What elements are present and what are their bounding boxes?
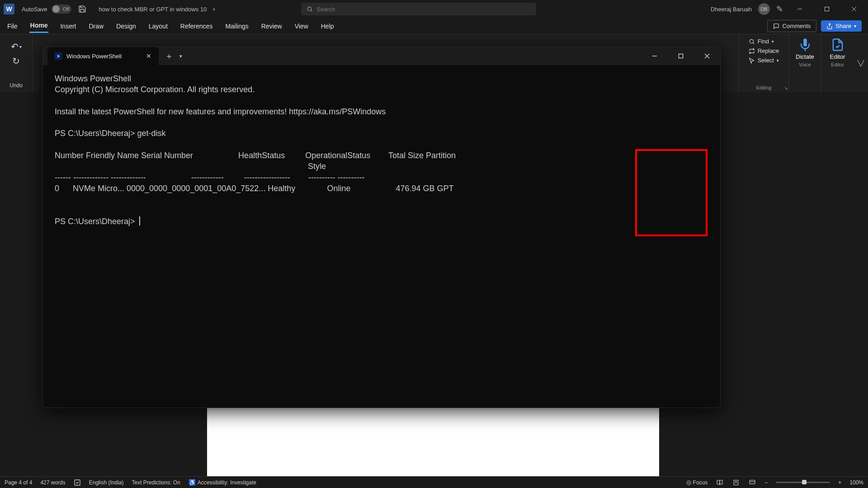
tab-view[interactable]: View [294,20,309,33]
table-row: 0 NVMe Micro... 0000_0000_0000_0001_00A0… [55,184,454,193]
zoom-out-button[interactable]: − [764,479,768,486]
svg-rect-11 [679,54,683,58]
tab-layout[interactable]: Layout [148,20,169,33]
maximize-button[interactable] [816,2,837,16]
editor-group-label: Editor [831,62,844,67]
tab-file[interactable]: File [6,20,19,33]
editor-label: Editor [830,53,845,60]
focus-icon: ◎ [686,479,691,486]
autosave-label: AutoSave [22,6,47,13]
focus-label: Focus [693,479,708,486]
spellcheck-icon[interactable] [74,479,81,486]
tab-mailings[interactable]: Mailings [224,20,249,33]
ribbon-right-controls: Comments Share ▾ [767,20,862,32]
search-input[interactable] [316,6,531,13]
powershell-tab-title: Windows PowerShell [66,53,142,60]
powershell-icon [55,52,62,60]
accessibility-status[interactable]: ♿ Accessibility: Investigate [189,479,256,486]
tab-references[interactable]: References [179,20,214,33]
zoom-in-button[interactable]: + [838,479,841,486]
accessibility-label: Accessibility: Investigate [198,479,256,486]
voice-group: Dictate Voice [788,34,821,92]
comments-label: Comments [782,23,811,29]
editor-button[interactable]: Editor [830,38,845,60]
status-bar: Page 4 of 4 427 words English (India) Te… [0,476,868,488]
highlight-annotation [635,149,708,236]
word-count[interactable]: 427 words [40,479,65,486]
svg-line-1 [311,10,312,12]
save-icon[interactable] [78,5,87,14]
zoom-slider[interactable] [776,482,830,483]
powershell-output[interactable]: Windows PowerShell Copyright (C) Microso… [43,65,720,408]
autosave-thumb [52,5,60,13]
tab-menu-button[interactable]: ▾ [179,53,182,59]
select-button[interactable]: Select ▾ [749,57,779,64]
document-page[interactable] [207,405,659,482]
dictate-label: Dictate [796,53,814,60]
powershell-titlebar[interactable]: Windows PowerShell ✕ ＋ ▾ [43,47,720,65]
zoom-level[interactable]: 100% [849,479,863,486]
voice-group-label: Voice [799,62,811,67]
focus-button[interactable]: ◎ Focus [686,479,708,486]
language-status[interactable]: English (India) [89,479,124,486]
redo-button[interactable]: ↻ [10,55,22,67]
dictate-button[interactable]: Dictate [796,38,814,60]
search-box[interactable] [301,3,536,15]
undo-button[interactable]: ↶▾ [10,41,22,52]
chevron-down-icon[interactable]: ▾ [213,7,215,12]
autosave-toggle[interactable]: Off [52,5,71,14]
document-title[interactable]: how to check MBR or GPT in windows 10 [99,6,207,13]
tab-design[interactable]: Design [115,20,137,33]
read-mode-button[interactable] [716,479,724,486]
psh-maximize-button[interactable] [668,47,694,65]
close-button[interactable] [844,2,864,16]
svg-point-0 [308,7,311,10]
zoom-thumb[interactable] [802,480,807,484]
powershell-window-controls [642,47,720,65]
chevron-down-icon: ▾ [777,58,779,63]
coming-soon-icon[interactable]: ✎ [776,4,783,14]
accessibility-icon: ♿ [189,479,196,486]
table-separator: ------ ------------- ------------- -----… [55,173,365,182]
powershell-tab[interactable]: Windows PowerShell ✕ [47,47,159,65]
find-button[interactable]: Find ▾ [749,38,779,45]
svg-rect-18 [750,480,755,483]
share-icon [826,23,833,29]
tab-review[interactable]: Review [260,20,283,33]
psh-prompt: PS C:\Users\Dheeraj> get-disk [55,129,166,138]
svg-rect-14 [75,480,80,485]
tab-home[interactable]: Home [29,19,49,33]
username[interactable]: Dheeraj Baruah [711,6,752,13]
psh-line: Copyright (C) Microsoft Corporation. All… [55,85,255,94]
tab-draw[interactable]: Draw [88,20,104,33]
dialog-launcher-icon[interactable]: ↘ [784,85,788,90]
close-tab-button[interactable]: ✕ [146,52,151,60]
collapse-ribbon-button[interactable]: ╲╱ [854,34,868,92]
psh-minimize-button[interactable] [642,47,668,65]
share-button[interactable]: Share ▾ [821,20,862,32]
page-count[interactable]: Page 4 of 4 [5,479,32,486]
share-label: Share [835,23,851,29]
ribbon-groups-right: Find ▾ Replace Select ▾ Editing ↘ [739,34,868,92]
tab-help[interactable]: Help [320,20,335,33]
replace-button[interactable]: Replace [749,47,779,54]
search-icon [307,6,313,12]
avatar[interactable]: DB [758,3,770,15]
editing-group-label: Editing [756,85,772,90]
text-predictions-status[interactable]: Text Predictions: On [132,479,180,486]
titlebar-right: Dheeraj Baruah DB ✎ [711,2,864,16]
web-layout-button[interactable] [748,479,756,486]
ribbon-tabs: File Home Insert Draw Design Layout Refe… [0,18,868,34]
svg-line-8 [753,42,754,44]
comments-button[interactable]: Comments [767,20,816,32]
chevron-down-icon: ▾ [772,39,774,44]
print-layout-button[interactable] [732,479,740,486]
psh-close-button[interactable] [694,47,720,65]
word-app-icon: W [4,4,14,14]
find-label: Find [758,38,769,45]
table-header: Style [55,162,326,171]
new-tab-button[interactable]: ＋ [165,51,173,61]
replace-label: Replace [758,47,779,54]
minimize-button[interactable] [789,2,810,16]
tab-insert[interactable]: Insert [59,20,77,33]
